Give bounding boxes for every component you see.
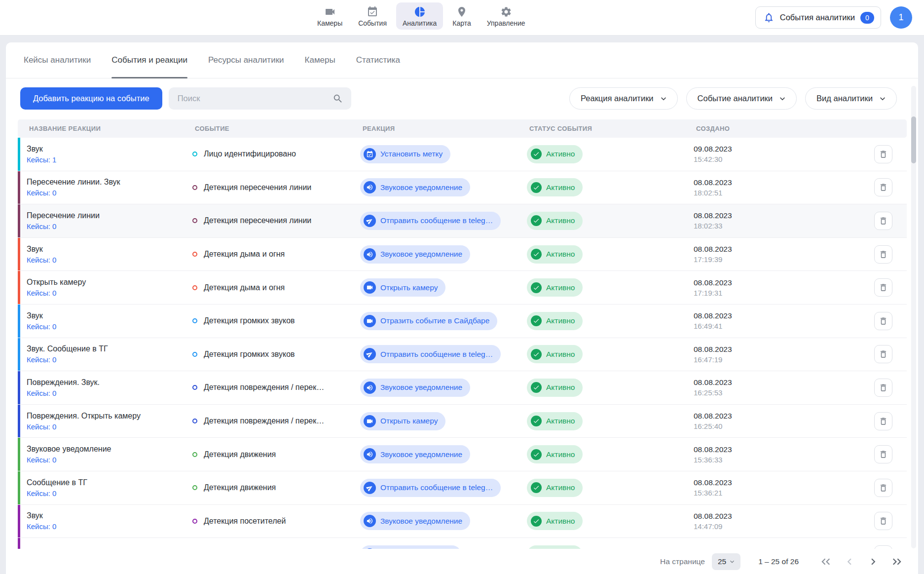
delete-button[interactable] <box>874 178 892 196</box>
event-label: Детекция движения <box>204 483 276 492</box>
reaction-badge[interactable]: Отправить сообщение в teleg… <box>360 479 501 497</box>
telegram-icon <box>365 216 374 226</box>
created-date: 08.08.2023 <box>694 445 869 454</box>
reaction-badge[interactable]: Отправить сообщение в teleg… <box>360 212 501 230</box>
column-header-created: СОЗДАНО <box>696 125 869 132</box>
cases-link[interactable]: Кейсы: 0 <box>27 189 56 197</box>
reaction-badge[interactable]: Звуковое уведомление <box>360 512 470 530</box>
reaction-label: Установить метку <box>380 150 443 158</box>
trash-icon <box>879 250 888 259</box>
analytics-events-button[interactable]: События аналитики 0 <box>755 6 881 29</box>
delete-button[interactable] <box>874 312 892 330</box>
table-row[interactable]: Звук. Сообщение в ТГ Кейсы: 0 Детекция г… <box>18 338 907 372</box>
nav-item-5[interactable]: Управление <box>480 2 532 30</box>
tab-2[interactable]: События и реакции <box>111 42 187 78</box>
reaction-label: Звуковое уведомление <box>380 517 462 526</box>
status-badge: Активно <box>527 245 583 264</box>
table-header: НАЗВАНИЕ РЕАКЦИИ СОБЫТИЕ РЕАКЦИЯ СТАТУС … <box>18 119 907 138</box>
cases-link[interactable]: Кейсы: 0 <box>27 222 56 230</box>
cases-link[interactable]: Кейсы: 0 <box>27 322 56 331</box>
delete-button[interactable] <box>874 479 892 497</box>
nav-item-2[interactable]: События <box>352 2 393 30</box>
filter-dropdown-2[interactable]: Событие аналитики <box>686 87 797 110</box>
table-row[interactable]: Звук Кейсы: 1 Лицо идентифицировано Уста… <box>18 138 907 171</box>
prev-page-button[interactable] <box>843 555 856 568</box>
reaction-badge[interactable]: Звуковое уведомление <box>360 245 470 264</box>
content-card: Кейсы аналитикиСобытия и реакцииРесурсы … <box>6 42 918 574</box>
delete-button[interactable] <box>874 512 892 530</box>
speaker-icon <box>366 251 373 258</box>
last-page-button[interactable] <box>890 555 903 568</box>
cases-link[interactable]: Кейсы: 0 <box>27 389 56 397</box>
created-date: 08.08.2023 <box>694 512 869 521</box>
avatar[interactable]: 1 <box>890 6 912 29</box>
reaction-label: Отправить сообщение в teleg… <box>380 483 493 492</box>
nav-item-1[interactable]: Камеры <box>311 2 349 30</box>
tab-4[interactable]: Камеры <box>305 42 335 78</box>
cases-link[interactable]: Кейсы: 0 <box>27 489 56 497</box>
delete-button[interactable] <box>874 345 892 363</box>
delete-button[interactable] <box>874 212 892 230</box>
reaction-badge[interactable]: Отправить сообщение в teleg… <box>360 345 501 363</box>
reaction-badge[interactable]: Отразить событие в Сайдбаре <box>360 312 497 330</box>
created-time: 16:47:19 <box>694 355 869 364</box>
table-row[interactable]: Открыть камеру Кейсы: 0 Детекция дыма и … <box>18 271 907 305</box>
next-page-button[interactable] <box>867 555 880 568</box>
check-icon <box>533 518 540 525</box>
cases-link[interactable]: Кейсы: 0 <box>27 422 56 431</box>
delete-button[interactable] <box>874 278 892 297</box>
delete-button[interactable] <box>874 379 892 397</box>
cases-link[interactable]: Кейсы: 0 <box>27 522 56 531</box>
first-page-button[interactable] <box>819 555 832 568</box>
filter-dropdown-3[interactable]: Вид аналитики <box>805 87 897 110</box>
trash-icon <box>879 516 888 526</box>
tab-5[interactable]: Статистика <box>356 42 400 78</box>
cases-link[interactable]: Кейсы: 0 <box>27 355 56 364</box>
cases-link[interactable]: Кейсы: 0 <box>27 456 56 464</box>
reaction-badge[interactable]: Звуковое уведомление <box>360 379 470 397</box>
reaction-badge[interactable]: Открыть камеру <box>360 412 445 430</box>
table-row[interactable]: Сообщение в ТГ Кейсы: 0 Детекция движени… <box>18 471 907 505</box>
delete-button[interactable] <box>874 245 892 264</box>
table-row[interactable]: Повреждения. Открыть камеру Кейсы: 0 Дет… <box>18 405 907 438</box>
table-row[interactable]: Пересечение линии Кейсы: 0 Детекция пере… <box>18 204 907 238</box>
reaction-badge[interactable]: Звуковое уведомление <box>360 178 470 196</box>
check-icon <box>533 384 540 391</box>
status-badge: Активно <box>527 178 583 196</box>
table-row[interactable]: Звук Кейсы: 0 Детекция дыма и огня Звуко… <box>18 238 907 271</box>
per-page-select[interactable]: 25 <box>712 553 740 570</box>
check-icon <box>533 351 540 358</box>
tab-1[interactable]: Кейсы аналитики <box>24 42 91 78</box>
cases-link[interactable]: Кейсы: 0 <box>27 289 56 297</box>
tab-3[interactable]: Ресурсы аналитики <box>208 42 284 78</box>
top-bar: КамерыСобытияАналитикаКартаУправление Со… <box>0 0 924 36</box>
search-input[interactable] <box>178 94 333 103</box>
cases-link[interactable]: Кейсы: 1 <box>27 155 56 164</box>
videocam-icon <box>324 6 336 18</box>
filter-dropdown-1[interactable]: Реакция аналитики <box>569 87 678 110</box>
table-row[interactable]: Звуковое уведомление Кейсы: 0 Детекция д… <box>18 438 907 471</box>
table-row[interactable]: Звук Кейсы: 0 Детекция посетителей Звуко… <box>18 505 907 538</box>
reaction-label: Отправить сообщение в teleg… <box>380 216 493 225</box>
scrollbar-thumb[interactable] <box>911 116 916 163</box>
vertical-scrollbar[interactable] <box>911 86 916 548</box>
reaction-name: Сообщение в ТГ <box>27 478 192 487</box>
telegram-icon <box>365 349 374 359</box>
table-row[interactable]: Повреждения. Звук. Кейсы: 0 Детекция пов… <box>18 371 907 405</box>
table-row[interactable]: Звук Кейсы: 0 Детекция громких звуков От… <box>18 305 907 338</box>
nav-item-3[interactable]: Аналитика <box>396 2 443 30</box>
created-date: 08.08.2023 <box>694 311 869 320</box>
reaction-badge[interactable]: Установить метку <box>360 145 450 163</box>
nav-item-4[interactable]: Карта <box>446 2 477 30</box>
delete-button[interactable] <box>874 145 892 163</box>
reaction-badge[interactable]: Открыть камеру <box>360 278 445 297</box>
cases-link[interactable]: Кейсы: 0 <box>27 256 56 264</box>
add-reaction-button[interactable]: Добавить реакцию на событие <box>20 87 162 110</box>
created-date: 09.08.2023 <box>694 145 869 153</box>
delete-button[interactable] <box>874 445 892 463</box>
table-row[interactable]: Пересечение линии. Звук Кейсы: 0 Детекци… <box>18 171 907 205</box>
delete-button[interactable] <box>874 412 892 430</box>
search-box[interactable] <box>169 87 351 110</box>
status-label: Активно <box>546 383 575 392</box>
reaction-badge[interactable]: Звуковое уведомление <box>360 445 470 463</box>
